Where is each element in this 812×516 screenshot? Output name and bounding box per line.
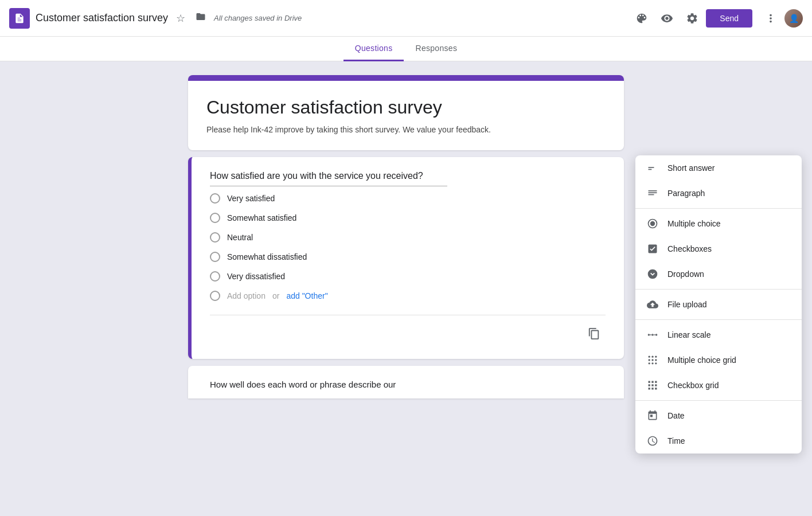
menu-item-checkbox-grid[interactable]: Checkbox grid	[635, 373, 802, 398]
menu-item-paragraph[interactable]: Paragraph	[635, 181, 802, 206]
send-button[interactable]: Send	[706, 9, 752, 28]
question-card-2: How well does each word or phrase descri…	[188, 366, 624, 398]
add-option-row: Add option or add "Other"	[210, 286, 606, 306]
add-other-link[interactable]: add "Other"	[286, 291, 327, 300]
question-2-text: How well does each word or phrase descri…	[210, 380, 606, 389]
menu-item-file-upload[interactable]: File upload	[635, 292, 802, 317]
svg-point-6	[650, 221, 655, 226]
checkbox-grid-icon	[647, 380, 658, 391]
svg-point-16	[655, 356, 657, 358]
option-somewhat-satisfied: Somewhat satisfied	[210, 208, 606, 228]
short-answer-icon	[647, 162, 658, 174]
svg-point-17	[649, 359, 650, 361]
settings-button[interactable]	[681, 7, 704, 30]
menu-label-paragraph: Paragraph	[667, 189, 705, 198]
svg-rect-3	[649, 192, 657, 193]
form-container: Customer satisfaction survey Please help…	[188, 75, 624, 398]
more-options-button[interactable]	[759, 7, 782, 30]
main-content: Customer satisfaction survey Please help…	[0, 61, 812, 513]
option-somewhat-dissatisfied: Somewhat dissatisfied	[210, 247, 606, 267]
menu-label-linear-scale: Linear scale	[667, 330, 711, 339]
card-footer	[210, 315, 606, 345]
radio-add-option	[210, 291, 220, 301]
avatar-image: 👤	[784, 9, 803, 28]
duplicate-button[interactable]	[583, 322, 606, 345]
menu-label-dropdown: Dropdown	[667, 269, 704, 279]
add-option-label[interactable]: Add option	[227, 291, 266, 300]
menu-item-short-answer[interactable]: Short answer	[635, 155, 802, 181]
app-icon	[9, 8, 30, 29]
paragraph-icon	[647, 187, 658, 199]
svg-point-9	[648, 334, 650, 335]
question-1-text[interactable]: How satisfied are you with the service y…	[210, 171, 447, 186]
svg-point-15	[651, 356, 653, 358]
menu-label-multiple-choice-grid: Multiple choice grid	[667, 355, 736, 365]
svg-point-18	[651, 359, 653, 361]
divider-3	[635, 319, 802, 320]
menu-item-linear-scale[interactable]: Linear scale	[635, 322, 802, 347]
option-neutral-label: Neutral	[227, 233, 253, 242]
or-label: or	[272, 291, 279, 300]
option-somewhat-satisfied-label: Somewhat satisfied	[227, 213, 296, 222]
form-header-card: Customer satisfaction survey Please help…	[188, 75, 624, 150]
multiple-choice-icon	[647, 218, 658, 229]
radio-somewhat-dissatisfied[interactable]	[210, 252, 220, 262]
svg-rect-23	[649, 381, 650, 383]
linear-scale-icon	[647, 329, 658, 341]
divider-2	[635, 289, 802, 290]
date-icon	[647, 410, 658, 421]
menu-item-checkboxes[interactable]: Checkboxes	[635, 236, 802, 261]
menu-item-date[interactable]: Date	[635, 403, 802, 428]
svg-point-21	[651, 362, 653, 364]
menu-label-file-upload: File upload	[667, 300, 707, 309]
option-very-dissatisfied-label: Very dissatisfied	[227, 272, 285, 281]
menu-label-checkbox-grid: Checkbox grid	[667, 381, 719, 390]
tab-questions[interactable]: Questions	[343, 37, 404, 61]
menu-label-date: Date	[667, 411, 685, 420]
menu-item-dropdown[interactable]: Dropdown	[635, 261, 802, 287]
radio-very-dissatisfied[interactable]	[210, 271, 220, 282]
form-title: Customer satisfaction survey	[36, 12, 168, 24]
menu-label-multiple-choice: Multiple choice	[667, 219, 721, 228]
divider-4	[635, 400, 802, 401]
svg-rect-1	[649, 169, 652, 170]
menu-item-multiple-choice[interactable]: Multiple choice	[635, 211, 802, 236]
svg-rect-26	[649, 384, 650, 386]
menu-label-time: Time	[667, 436, 685, 445]
palette-button[interactable]	[630, 7, 653, 30]
svg-point-20	[649, 362, 650, 364]
form-header-title: Customer satisfaction survey	[206, 97, 606, 118]
header: Customer satisfaction survey ☆ All chang…	[0, 0, 812, 37]
preview-button[interactable]	[655, 7, 678, 30]
star-icon[interactable]: ☆	[174, 10, 188, 27]
svg-rect-25	[655, 381, 657, 383]
svg-rect-31	[655, 388, 657, 389]
svg-rect-0	[649, 167, 654, 168]
tab-responses[interactable]: Responses	[404, 37, 469, 61]
question-type-dropdown: Short answer Paragraph Multiple choice	[635, 155, 802, 454]
svg-point-19	[655, 359, 657, 361]
form-description: Please help Ink-42 improve by taking thi…	[206, 125, 606, 134]
file-upload-icon	[647, 299, 658, 310]
radio-somewhat-satisfied[interactable]	[210, 213, 220, 223]
radio-neutral[interactable]	[210, 232, 220, 243]
svg-point-10	[651, 334, 653, 335]
svg-point-14	[649, 356, 650, 358]
svg-rect-2	[649, 190, 657, 191]
svg-point-22	[655, 362, 657, 364]
folder-icon[interactable]	[193, 9, 208, 27]
svg-point-8	[648, 269, 658, 279]
svg-rect-27	[651, 384, 653, 386]
user-avatar[interactable]: 👤	[784, 9, 803, 28]
multiple-choice-grid-icon	[647, 354, 658, 366]
svg-rect-30	[651, 388, 653, 389]
saved-status: All changes saved in Drive	[214, 14, 302, 22]
dropdown-icon	[647, 268, 658, 280]
menu-item-time[interactable]: Time	[635, 428, 802, 454]
svg-rect-29	[649, 388, 650, 389]
svg-rect-4	[649, 194, 654, 196]
menu-item-multiple-choice-grid[interactable]: Multiple choice grid	[635, 347, 802, 373]
time-icon	[647, 435, 658, 447]
tab-bar: Questions Responses	[0, 37, 812, 61]
radio-very-satisfied[interactable]	[210, 193, 220, 204]
